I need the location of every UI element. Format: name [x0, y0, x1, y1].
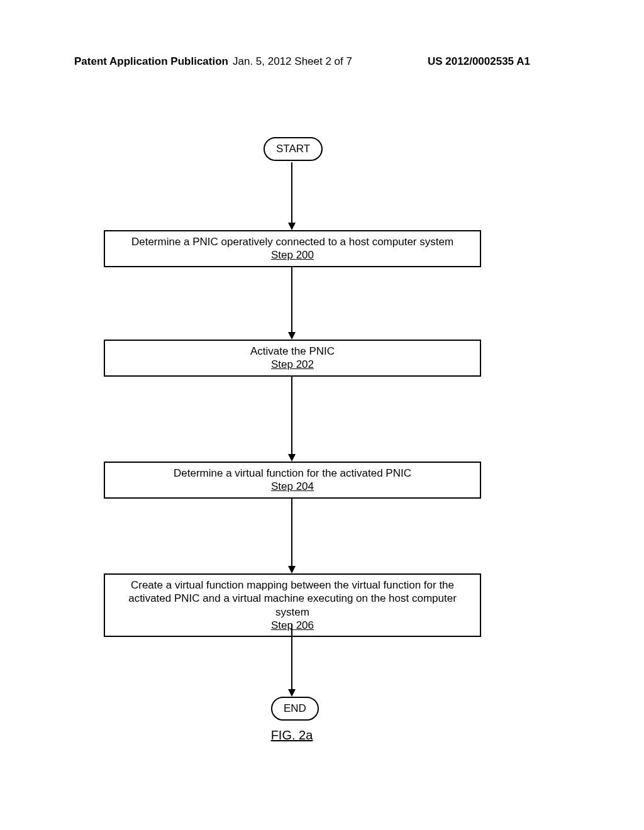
step-202-text: Activate the PNIC: [111, 345, 474, 358]
arrow-200-202: [291, 267, 293, 340]
flowchart: START Determine a PNIC operatively conne…: [0, 0, 644, 830]
start-label: START: [276, 143, 310, 155]
svg-marker-9: [288, 689, 296, 697]
step-204: Determine a virtual function for the act…: [104, 462, 481, 499]
step-200-label: Step 200: [111, 248, 474, 262]
arrow-202-204: [291, 376, 293, 462]
arrow-204-206: [291, 498, 293, 573]
end-label: END: [284, 702, 306, 714]
step-204-text: Determine a virtual function for the act…: [111, 467, 474, 480]
svg-marker-1: [288, 223, 296, 230]
step-202: Activate the PNIC Step 202: [104, 340, 481, 377]
terminator-start: START: [264, 137, 323, 161]
step-206-text: Create a virtual function mapping betwee…: [111, 578, 474, 619]
svg-marker-3: [288, 332, 296, 340]
step-200: Determine a PNIC operatively connected t…: [104, 230, 481, 267]
step-202-label: Step 202: [111, 358, 474, 371]
svg-marker-5: [288, 454, 296, 462]
arrow-206-end: [291, 624, 293, 697]
step-200-text: Determine a PNIC operatively connected t…: [111, 235, 474, 248]
svg-marker-7: [288, 566, 296, 573]
figure-label: FIG. 2a: [260, 728, 323, 743]
step-204-label: Step 204: [111, 480, 474, 493]
arrow-start-200: [291, 162, 293, 230]
terminator-end: END: [271, 697, 319, 721]
figure-label-text: FIG. 2a: [271, 728, 313, 742]
